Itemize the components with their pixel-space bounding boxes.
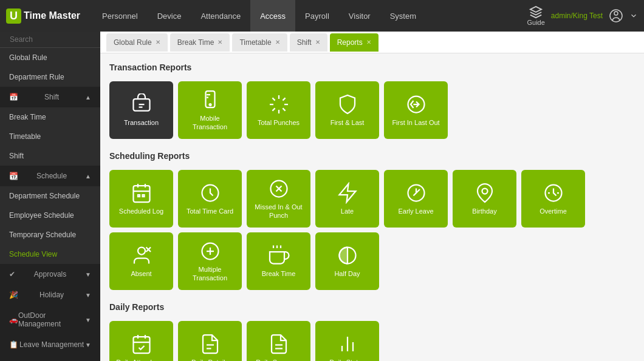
daily-status-icon: [337, 333, 358, 355]
scheduled-log-icon: [131, 182, 152, 204]
card-label: Total Time Card: [187, 207, 233, 215]
card-transaction[interactable]: Transaction: [109, 81, 173, 139]
sidebar-item-break-time[interactable]: Break Time: [0, 107, 100, 127]
user-avatar-icon[interactable]: [609, 8, 623, 23]
sidebar-item-timetable[interactable]: Timetable: [0, 127, 100, 146]
tab-shift[interactable]: Shift ✕: [290, 33, 327, 52]
svg-point-19: [138, 247, 145, 254]
absent-icon: [131, 245, 152, 266]
user-display: admin/King Test: [551, 12, 603, 20]
nav-menu: Personnel Device Attendance Access Payro…: [92, 0, 527, 32]
mobile-transaction-icon: [199, 89, 221, 111]
sidebar-section-reports[interactable]: 📊Reports▲: [0, 355, 100, 361]
card-total-time-card[interactable]: Total Time Card: [178, 170, 242, 228]
content-area: Global Rule ✕ Break Time ✕ Timetable ✕ S…: [100, 32, 644, 361]
tabs-bar: Global Rule ✕ Break Time ✕ Timetable ✕ S…: [100, 32, 644, 53]
card-first-in-last-out[interactable]: First In Last Out: [384, 81, 448, 139]
multiple-transaction-icon: [199, 240, 221, 262]
card-label: Missed In & Out Punch: [252, 203, 306, 219]
card-absent[interactable]: Absent: [109, 232, 173, 290]
card-scheduled-log[interactable]: Scheduled Log: [109, 170, 173, 228]
sidebar: Global Rule Department Rule 📅Shift▲ Brea…: [0, 32, 100, 361]
sidebar-label: Shift: [9, 152, 24, 160]
nav-personnel[interactable]: Personnel: [92, 0, 148, 32]
card-early-leave[interactable]: Early Leave: [384, 170, 448, 228]
sidebar-section-schedule[interactable]: 📆Schedule▲: [0, 166, 100, 186]
sidebar-label: Break Time: [9, 113, 46, 121]
card-label: Overtime: [540, 207, 567, 215]
sidebar-section-shift[interactable]: 📅Shift▲: [0, 87, 100, 107]
sidebar-item-employee-schedule[interactable]: Employee Schedule: [0, 206, 100, 225]
close-icon[interactable]: ✕: [315, 39, 320, 46]
nav-access[interactable]: Access: [250, 0, 295, 32]
close-icon[interactable]: ✕: [275, 39, 280, 46]
main-layout: Global Rule Department Rule 📅Shift▲ Brea…: [0, 32, 644, 361]
sidebar-search-bar[interactable]: [0, 32, 100, 48]
daily-reports-title: Daily Reports: [109, 299, 635, 315]
card-late[interactable]: Late: [315, 170, 379, 228]
overtime-icon: [543, 182, 564, 204]
app-logo[interactable]: U Time Master: [6, 8, 80, 24]
first-in-last-out-icon: [405, 93, 427, 115]
break-time-icon: [268, 245, 290, 266]
card-first-last[interactable]: First & Last: [315, 81, 379, 139]
sidebar-label: Temporary Schedule: [9, 231, 76, 239]
sidebar-section-label: Leave Management: [19, 340, 84, 349]
sidebar-search-input[interactable]: [10, 35, 100, 44]
svg-point-1: [614, 12, 618, 15]
sidebar-section-outdoor[interactable]: 🚗OutDoor Management▼: [0, 305, 100, 334]
tab-global-rule[interactable]: Global Rule ✕: [106, 33, 168, 52]
total-punches-icon: [268, 93, 290, 115]
tab-timetable[interactable]: Timetable ✕: [232, 33, 287, 52]
tab-reports[interactable]: Reports ✕: [330, 33, 379, 52]
card-label: Half Day: [334, 270, 360, 278]
card-missed-in-out[interactable]: Missed In & Out Punch: [247, 170, 310, 228]
nav-payroll[interactable]: Payroll: [295, 0, 339, 32]
sidebar-item-department-rule[interactable]: Department Rule: [0, 67, 100, 87]
card-break-time[interactable]: Break Time: [247, 232, 310, 290]
card-daily-attendance[interactable]: Daily Attendance: [109, 321, 173, 361]
card-label: Early Leave: [398, 207, 433, 215]
card-label: Daily Summary: [256, 359, 301, 361]
tab-label: Timetable: [239, 38, 271, 47]
card-daily-details[interactable]: Daily Details: [178, 321, 242, 361]
nav-attendance[interactable]: Attendance: [191, 0, 250, 32]
sidebar-section-label: OutDoor Management: [18, 311, 85, 328]
card-daily-summary[interactable]: Daily Summary: [247, 321, 310, 361]
nav-system[interactable]: System: [380, 0, 426, 32]
card-label: Multiple Transaction: [183, 266, 237, 282]
card-label: Daily Details: [191, 359, 228, 361]
card-daily-status[interactable]: Daily Status: [315, 321, 379, 361]
close-icon[interactable]: ✕: [218, 39, 222, 46]
sidebar-item-schedule-view[interactable]: Schedule View: [0, 245, 100, 264]
sidebar-item-department-schedule[interactable]: Department Schedule: [0, 186, 100, 206]
close-icon[interactable]: ✕: [366, 39, 371, 46]
sidebar-item-temporary-schedule[interactable]: Temporary Schedule: [0, 225, 100, 245]
sidebar-section-label: Holiday: [39, 291, 64, 299]
svg-point-17: [482, 188, 487, 194]
sidebar-section-approvals[interactable]: ✔Approvals▼: [0, 264, 100, 285]
card-half-day[interactable]: Half Day: [315, 232, 379, 290]
birthday-icon: [474, 182, 496, 204]
nav-visitor[interactable]: Visitor: [339, 0, 380, 32]
card-overtime[interactable]: Overtime: [521, 170, 585, 228]
svg-rect-10: [133, 186, 149, 202]
nav-device[interactable]: Device: [148, 0, 191, 32]
guide-button[interactable]: Guide: [527, 5, 544, 26]
sidebar-section-label: Approvals: [34, 270, 66, 278]
sidebar-section-leave[interactable]: 📋Leave Management▼: [0, 334, 100, 355]
card-multiple-transaction[interactable]: Multiple Transaction: [178, 232, 242, 290]
sidebar-label: Department Schedule: [9, 192, 80, 200]
close-icon[interactable]: ✕: [156, 39, 160, 46]
reports-content: Transaction Reports Transaction Mobile T…: [100, 53, 644, 361]
card-birthday[interactable]: Birthday: [453, 170, 516, 228]
missed-in-out-icon: [268, 178, 290, 200]
sidebar-item-global-rule[interactable]: Global Rule: [0, 48, 100, 67]
card-mobile-transaction[interactable]: Mobile Transaction: [178, 81, 242, 139]
card-label: Break Time: [262, 270, 296, 278]
tab-label: Reports: [337, 38, 363, 47]
sidebar-section-holiday[interactable]: 🎉Holiday▼: [0, 285, 100, 305]
card-total-punches[interactable]: Total Punches: [247, 81, 310, 139]
sidebar-item-shift[interactable]: Shift: [0, 146, 100, 166]
tab-break-time[interactable]: Break Time ✕: [170, 33, 230, 52]
